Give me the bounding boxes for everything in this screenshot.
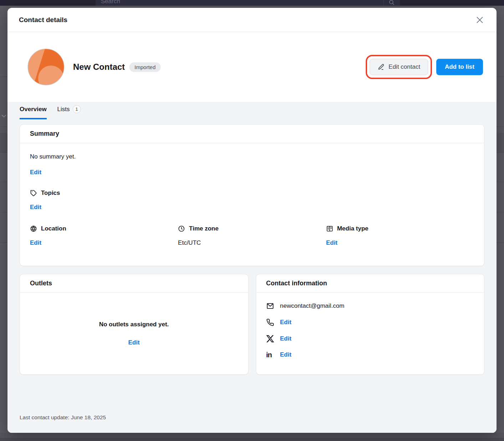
media-type-edit-link[interactable]: Edit xyxy=(326,239,338,247)
tab-overview[interactable]: Overview xyxy=(20,105,47,119)
location-edit-link[interactable]: Edit xyxy=(30,239,41,247)
topics-label: Topics xyxy=(41,190,60,197)
linkedin-edit-link[interactable]: Edit xyxy=(280,351,292,358)
x-row: Edit xyxy=(266,335,474,343)
add-to-list-button[interactable]: Add to list xyxy=(436,59,483,75)
outlets-empty-text: No outlets assigned yet. xyxy=(99,321,169,328)
pencil-icon xyxy=(377,63,385,71)
linkedin-row: in Edit xyxy=(266,351,474,358)
chevron-down-icon xyxy=(0,113,7,120)
media-type-icon xyxy=(326,225,333,232)
contact-details-modal: Contact details New Contact Imported Edi… xyxy=(7,8,497,433)
media-type-cell: Media type Edit xyxy=(326,225,474,247)
close-icon xyxy=(475,15,484,25)
x-edit-link[interactable]: Edit xyxy=(280,335,292,342)
topics-edit-link[interactable]: Edit xyxy=(30,204,41,211)
annotation-highlight: Edit contact xyxy=(366,55,432,79)
contact-header: New Contact Imported Edit contact Add to… xyxy=(7,32,497,102)
linkedin-icon: in xyxy=(266,351,274,358)
contact-name: New Contact xyxy=(73,62,125,72)
timezone-cell: Time zone Etc/UTC xyxy=(178,225,326,247)
email-value: newcontact@gmail.com xyxy=(280,302,345,310)
outlets-card: Outlets No outlets assigned yet. Edit xyxy=(20,274,248,375)
summary-edit-link[interactable]: Edit xyxy=(30,169,41,176)
backdrop-bottom-edge xyxy=(0,438,504,441)
tab-lists-label: Lists xyxy=(57,106,70,113)
app-navbar: Search xyxy=(0,0,504,6)
avatar xyxy=(27,48,65,85)
phone-row: Edit xyxy=(266,318,474,326)
close-button[interactable] xyxy=(474,15,485,25)
contact-name-group: New Contact Imported xyxy=(73,62,161,72)
phone-icon xyxy=(266,318,274,326)
tab-bar: Overview Lists 1 xyxy=(7,102,497,119)
modal-title: Contact details xyxy=(19,16,67,24)
outlets-body: No outlets assigned yet. Edit xyxy=(20,293,248,374)
backdrop-bottom-band xyxy=(0,433,504,438)
timezone-value: Etc/UTC xyxy=(178,239,326,247)
outlets-heading: Outlets xyxy=(20,274,248,293)
tab-lists[interactable]: Lists 1 xyxy=(57,105,81,119)
summary-card: Summary No summary yet. Edit Topics Edit… xyxy=(20,124,484,266)
contact-information-card: Contact information newcontact@gmail.com… xyxy=(256,274,485,375)
summary-empty-text: No summary yet. xyxy=(30,153,474,160)
contact-information-heading: Contact information xyxy=(256,274,484,293)
summary-heading: Summary xyxy=(20,125,484,143)
tag-icon xyxy=(30,190,37,197)
search-icon xyxy=(389,0,395,5)
edit-contact-label: Edit contact xyxy=(389,63,420,71)
outlets-edit-link[interactable]: Edit xyxy=(128,339,140,346)
search-button[interactable] xyxy=(383,0,400,6)
lists-count-badge: 1 xyxy=(73,105,81,113)
email-row: newcontact@gmail.com xyxy=(266,302,474,310)
last-update-text: Last contact update: June 18, 2025 xyxy=(20,414,106,421)
media-type-label: Media type xyxy=(337,225,369,232)
phone-edit-link[interactable]: Edit xyxy=(280,319,292,326)
tab-overview-label: Overview xyxy=(20,106,47,113)
location-label: Location xyxy=(41,225,66,232)
location-cell: Location Edit xyxy=(30,225,178,247)
edit-contact-button[interactable]: Edit contact xyxy=(370,59,428,75)
bottom-cards-row: Outlets No outlets assigned yet. Edit Co… xyxy=(20,274,484,375)
timezone-label: Time zone xyxy=(189,225,218,232)
modal-body: Overview Lists 1 Summary No summary yet.… xyxy=(7,102,497,433)
imported-badge: Imported xyxy=(129,62,160,72)
header-actions: Edit contact Add to list xyxy=(366,55,483,79)
search-input[interactable]: Search xyxy=(96,0,400,6)
mail-icon xyxy=(266,302,274,310)
summary-info-grid: Location Edit Time zone Etc/UTC xyxy=(30,225,474,247)
clock-icon xyxy=(178,225,185,232)
search-placeholder: Search xyxy=(101,0,120,5)
contact-information-body: newcontact@gmail.com Edit Edit in Edit xyxy=(256,293,484,374)
topics-label-row: Topics xyxy=(30,190,474,197)
globe-icon xyxy=(30,225,37,232)
x-twitter-icon xyxy=(266,335,274,343)
summary-body: No summary yet. Edit Topics Edit Locatio… xyxy=(20,143,484,255)
modal-header: Contact details xyxy=(7,8,497,32)
